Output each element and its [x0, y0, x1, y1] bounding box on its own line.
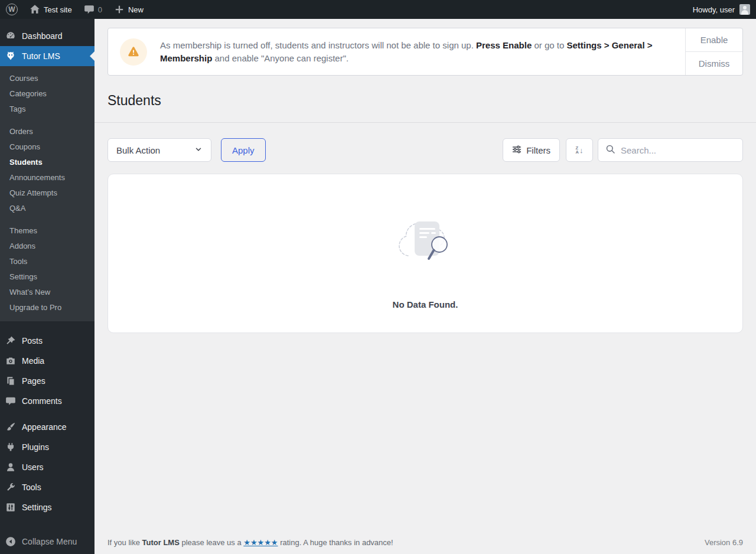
sidebar-item-label: Comments: [22, 396, 62, 406]
new-label: New: [128, 5, 144, 14]
sidebar-item-posts[interactable]: Posts: [0, 331, 94, 351]
submenu-item-quiz-attempts[interactable]: Quiz Attempts: [0, 185, 94, 201]
filters-button[interactable]: Filters: [503, 138, 560, 162]
submenu-item-settings[interactable]: Settings: [0, 269, 94, 285]
submenu-item-announcements[interactable]: Announcements: [0, 170, 94, 185]
comments-bubble-icon: [5, 396, 17, 406]
tutor-lms-brand: Tutor LMS: [142, 538, 180, 547]
five-stars-link[interactable]: ★★★★★: [243, 538, 278, 547]
apply-button[interactable]: Apply: [221, 138, 266, 162]
submenu-item-categories[interactable]: Categories: [0, 86, 94, 102]
site-name-link[interactable]: Test site: [24, 0, 78, 19]
sidebar-item-label: Settings: [22, 503, 52, 512]
sort-za-icon: ZA ↓: [576, 146, 584, 155]
submenu-item-tags[interactable]: Tags: [0, 102, 94, 117]
dismiss-button[interactable]: Dismiss: [686, 52, 742, 75]
sidebar-item-label: Media: [22, 356, 44, 366]
sidebar-item-dashboard[interactable]: Dashboard: [0, 26, 94, 46]
user-avatar[interactable]: [739, 4, 750, 15]
collapse-menu-label: Collapse Menu: [22, 537, 77, 546]
wrench-icon: [5, 482, 17, 493]
notice-message: As membership is turned off, students an…: [160, 39, 679, 65]
tutor-lms-submenu: Courses Categories Tags Orders Coupons S…: [0, 66, 94, 321]
empty-state-card: No Data Found.: [107, 174, 743, 333]
comment-bubble-icon: [84, 4, 94, 15]
sidebar-item-label: Tools: [22, 483, 41, 492]
submenu-item-students[interactable]: Students: [0, 155, 94, 170]
pages-icon: [5, 376, 17, 386]
plus-icon: [114, 4, 125, 15]
sidebar-item-label: Posts: [22, 336, 43, 346]
paintbrush-icon: [5, 422, 17, 432]
comments-menu[interactable]: 0: [78, 0, 108, 19]
chevron-down-icon: [194, 145, 203, 155]
sidebar-item-appearance[interactable]: Appearance: [0, 417, 94, 437]
sidebar-item-tutor-lms[interactable]: Tutor LMS: [0, 46, 94, 66]
admin-sidebar: Dashboard Tutor LMS Courses Categories T…: [0, 19, 94, 554]
page-title: Students: [107, 92, 743, 109]
home-icon: [30, 4, 40, 15]
enable-button[interactable]: Enable: [686, 28, 742, 52]
filters-label: Filters: [526, 145, 550, 155]
pushpin-icon: [5, 335, 17, 346]
search-icon: [605, 144, 615, 157]
site-name-label: Test site: [44, 5, 72, 14]
submenu-item-orders[interactable]: Orders: [0, 124, 94, 139]
header-divider: [94, 122, 756, 123]
user-person-icon: [5, 462, 17, 472]
submenu-item-addons[interactable]: Addons: [0, 239, 94, 254]
sort-button[interactable]: ZA ↓: [566, 138, 593, 162]
sidebar-item-plugins[interactable]: Plugins: [0, 437, 94, 457]
submenu-item-coupons[interactable]: Coupons: [0, 139, 94, 155]
no-data-message: No Data Found.: [393, 299, 458, 309]
menu-separator: [0, 411, 94, 417]
wordpress-logo-menu[interactable]: W: [0, 0, 24, 19]
filters-sliders-icon: [512, 145, 522, 156]
howdy-user-label[interactable]: Howdy, user: [693, 5, 735, 14]
sidebar-item-label: Users: [22, 462, 44, 472]
plug-icon: [5, 442, 17, 452]
comment-count: 0: [98, 5, 102, 14]
sidebar-item-label: Tutor LMS: [22, 51, 60, 61]
tutor-lms-owl-icon: [5, 51, 17, 61]
dashboard-gauge-icon: [5, 31, 17, 41]
version-label: Version 6.9: [705, 538, 743, 547]
collapse-arrow-icon: [5, 536, 17, 547]
sidebar-item-comments[interactable]: Comments: [0, 391, 94, 411]
submenu-item-qa[interactable]: Q&A: [0, 201, 94, 216]
submenu-item-upgrade-to-pro[interactable]: Upgrade to Pro: [0, 300, 94, 315]
toolbar: Bulk Action Apply Filters ZA ↓: [107, 138, 743, 162]
current-menu-arrow: [90, 51, 94, 61]
search-box: [598, 138, 743, 162]
submenu-item-whats-new[interactable]: What’s New: [0, 285, 94, 300]
collapse-menu-button[interactable]: Collapse Menu: [0, 532, 94, 552]
sidebar-item-settings[interactable]: Settings: [0, 497, 94, 517]
submenu-item-courses[interactable]: Courses: [0, 71, 94, 86]
bulk-action-label: Bulk Action: [116, 145, 160, 155]
settings-sliders-icon: [5, 502, 17, 513]
sidebar-item-label: Pages: [22, 376, 45, 386]
main-content: As membership is turned off, students an…: [94, 19, 756, 554]
sidebar-item-pages[interactable]: Pages: [0, 371, 94, 391]
submenu-item-themes[interactable]: Themes: [0, 223, 94, 239]
sidebar-item-media[interactable]: Media: [0, 351, 94, 371]
bulk-action-select[interactable]: Bulk Action: [107, 138, 211, 162]
search-input[interactable]: [621, 145, 738, 155]
admin-bar: W Test site 0 New Howdy, user: [0, 0, 756, 19]
new-content-menu[interactable]: New: [108, 0, 149, 19]
no-data-illustration: [390, 211, 461, 275]
membership-notice-banner: As membership is turned off, students an…: [107, 28, 743, 76]
notice-bold-press-enable: Press Enable: [476, 40, 532, 50]
warning-icon: [120, 38, 147, 66]
submenu-item-tools[interactable]: Tools: [0, 254, 94, 269]
rating-request-text: If you like Tutor LMS please leave us a …: [107, 538, 393, 547]
sidebar-item-users[interactable]: Users: [0, 457, 94, 477]
media-camera-icon: [5, 356, 17, 366]
page-footer: If you like Tutor LMS please leave us a …: [107, 538, 743, 547]
sidebar-item-tools[interactable]: Tools: [0, 477, 94, 497]
sidebar-item-label: Plugins: [22, 442, 49, 452]
sidebar-item-label: Dashboard: [22, 31, 63, 41]
wordpress-logo-icon: W: [6, 4, 18, 15]
sidebar-item-label: Appearance: [22, 422, 67, 432]
